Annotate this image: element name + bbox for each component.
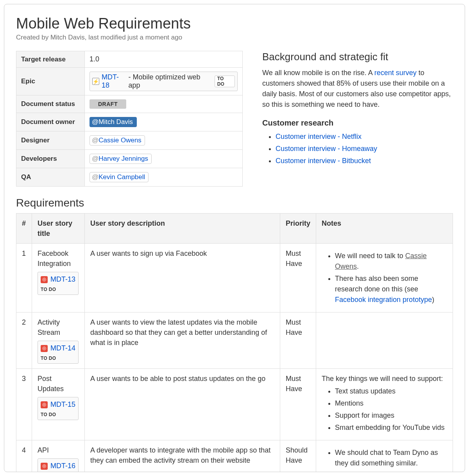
story-description: A user wants to view the latest updates …	[85, 313, 280, 369]
row-num: 4	[16, 440, 32, 472]
table-row: Target release 1.0	[16, 51, 243, 68]
issue-box[interactable]: ◎ MDT-14TO DO	[38, 341, 79, 364]
col-title: User story title	[32, 214, 85, 244]
story-icon: ◎	[41, 401, 48, 408]
table-row: Developers @Harvey Jennings	[16, 150, 243, 168]
issue-box[interactable]: ◎ MDT-16TO DO	[38, 458, 79, 472]
table-row: 3Post Updates◎ MDT-15TO DOA user wants t…	[16, 369, 453, 440]
story-priority: Must Have	[280, 313, 316, 369]
table-row: 4API◎ MDT-16TO DOA developer wants to in…	[16, 440, 453, 472]
user-mention-designer[interactable]: @Cassie Owens	[90, 135, 145, 145]
issue-key-link[interactable]: MDT-16	[50, 462, 75, 470]
story-notes: The key things we will need to support:T…	[316, 369, 453, 440]
draft-badge: DRAFT	[90, 99, 126, 109]
list-item: Support for images	[335, 410, 447, 421]
notes-list: Text status updatesMentionsSupport for i…	[322, 386, 447, 433]
requirements-table: # User story title User story descriptio…	[16, 213, 453, 472]
col-notes: Notes	[316, 214, 453, 244]
story-description: A user wants to sign up via Facebook	[85, 244, 280, 313]
background-paragraph: We all know mobile is on the rise. A rec…	[262, 68, 453, 110]
epic-summary: - Mobile optimized web app	[129, 73, 212, 90]
epic-icon: ⚡	[92, 78, 99, 85]
notes-list: We should chat to Team Dyno as they did …	[322, 447, 447, 469]
page-meta: Created by Mitch Davis, last modified ju…	[16, 34, 453, 41]
info-label: Document owner	[16, 113, 85, 131]
research-link[interactable]: Customer interview - Bitbucket	[276, 157, 371, 165]
info-label: Document status	[16, 95, 85, 113]
story-description: A developer wants to integrate with the …	[85, 440, 280, 472]
table-row: Epic ⚡ MDT-18 - Mobile optimized web app…	[16, 68, 243, 95]
table-row: QA @Kevin Campbell	[16, 168, 243, 187]
story-priority: Must Have	[280, 244, 316, 313]
list-item: There has also been some research done o…	[335, 273, 447, 305]
table-row: Document owner @Mitch Davis	[16, 113, 243, 131]
user-mention-owner[interactable]: @Mitch Davis	[90, 117, 137, 127]
info-label: Target release	[16, 51, 85, 68]
row-num: 3	[16, 369, 32, 440]
issue-box[interactable]: ◎ MDT-15TO DO	[38, 397, 79, 420]
list-item: We should chat to Team Dyno as they did …	[335, 447, 447, 469]
research-heading: Customer research	[262, 119, 453, 128]
story-title: API	[38, 445, 79, 455]
status-badge: TO DO	[41, 355, 75, 362]
issue-key-link[interactable]: MDT-15	[50, 401, 75, 408]
research-link[interactable]: Customer interview - Homeaway	[276, 145, 377, 153]
page-title: Mobile Web Requirements	[16, 15, 453, 32]
info-table: Target release 1.0 Epic ⚡ MDT-18 - Mobil…	[16, 51, 243, 187]
list-item: Customer interview - Homeaway	[276, 144, 453, 154]
research-links-list: Customer interview - Netflix Customer in…	[262, 131, 453, 166]
col-priority: Priority	[280, 214, 316, 244]
status-badge: TO DO	[41, 411, 75, 418]
notes-list: We will need to talk to Cassie Owens.The…	[322, 251, 447, 305]
epic-key-link[interactable]: MDT-18	[102, 73, 126, 90]
info-label: QA	[16, 168, 85, 187]
user-mention-text[interactable]: Cassie Owens	[335, 252, 427, 270]
issue-key-link[interactable]: MDT-13	[50, 276, 75, 284]
list-item: Customer interview - Netflix	[276, 131, 453, 142]
list-item: Text status updates	[335, 386, 447, 397]
col-desc: User story description	[85, 214, 280, 244]
list-item: Mentions	[335, 398, 447, 409]
row-num: 2	[16, 313, 32, 369]
story-title-cell: Facebook Integration◎ MDT-13TO DO	[32, 244, 85, 313]
recent-survey-link[interactable]: recent survey	[374, 69, 417, 77]
story-title: Post Updates	[38, 374, 79, 394]
story-title-cell: Post Updates◎ MDT-15TO DO	[32, 369, 85, 440]
status-badge: TO DO	[215, 75, 235, 87]
story-title-cell: API◎ MDT-16TO DO	[32, 440, 85, 472]
page-container: Mobile Web Requirements Created by Mitch…	[4, 4, 465, 472]
story-icon: ◎	[41, 276, 48, 283]
requirements-heading: Requirements	[16, 197, 453, 209]
list-item: Smart embedding for YouTube vids	[335, 422, 447, 433]
table-row: Document status DRAFT	[16, 95, 243, 113]
row-num: 1	[16, 244, 32, 313]
story-description: A user wants to be able to post status u…	[85, 369, 280, 440]
user-mention-developer[interactable]: @Harvey Jennings	[90, 154, 152, 164]
notes-link[interactable]: Facebook integration prototype	[335, 296, 432, 304]
story-priority: Must Have	[280, 369, 316, 440]
story-title: Activity Stream	[38, 317, 79, 338]
story-title-cell: Activity Stream◎ MDT-14TO DO	[32, 313, 85, 369]
story-notes: We will need to talk to Cassie Owens.The…	[316, 244, 453, 313]
info-label: Developers	[16, 150, 85, 168]
list-item: Customer interview - Bitbucket	[276, 156, 453, 166]
background-heading: Background and strategic fit	[262, 51, 453, 63]
col-num: #	[16, 214, 32, 244]
issue-key-link[interactable]: MDT-14	[50, 345, 75, 352]
story-icon: ◎	[41, 345, 48, 352]
issue-box[interactable]: ◎ MDT-13TO DO	[38, 272, 79, 295]
table-row: 1Facebook Integration◎ MDT-13TO DOA user…	[16, 244, 453, 313]
research-link[interactable]: Customer interview - Netflix	[276, 133, 362, 140]
user-mention-qa[interactable]: @Kevin Campbell	[90, 172, 149, 182]
table-row: Designer @Cassie Owens	[16, 131, 243, 150]
info-label: Designer	[16, 131, 85, 150]
story-priority: Should Have	[280, 440, 316, 472]
story-notes	[316, 313, 453, 369]
info-label: Epic	[16, 68, 85, 95]
target-release-value: 1.0	[85, 51, 243, 68]
list-item: We will need to talk to Cassie Owens.	[335, 251, 447, 272]
notes-intro: The key things we will need to support:	[322, 374, 447, 384]
story-title: Facebook Integration	[38, 248, 79, 269]
epic-issue-box[interactable]: ⚡ MDT-18 - Mobile optimized web app TO D…	[90, 72, 238, 91]
table-row: 2Activity Stream◎ MDT-14TO DOA user want…	[16, 313, 453, 369]
